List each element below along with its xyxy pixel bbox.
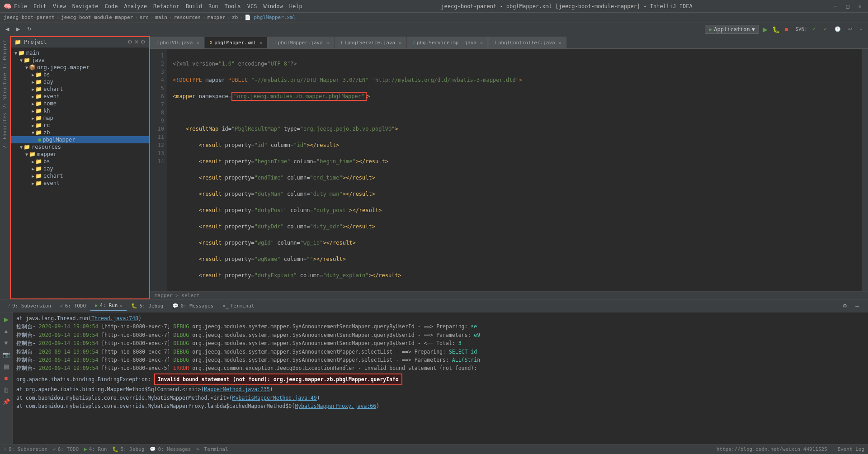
tree-item-bs[interactable]: ▶ 📁 bs [11,71,149,78]
bottom-tab-subversion[interactable]: ⑂ 9: Subversion [3,301,56,311]
tab-close-icon[interactable]: ✕ [399,40,401,45]
bottom-tab-debug[interactable]: 🐛 5: Debug [127,301,168,311]
side-icon-structure[interactable]: 2: Structure [1,71,9,110]
tab-pbglMapper-java[interactable]: J pbglMapper.java ✕ [268,37,334,48]
menu-window[interactable]: Window [263,3,283,9]
menu-tools[interactable]: Tools [225,3,241,9]
tab-close-icon[interactable]: ✕ [326,40,329,45]
bottom-side-buttons[interactable]: ▶ ▲ ▼ 📷 ▤ ■ 🗑 📌 [0,312,13,444]
menu-view[interactable]: View [53,3,66,9]
tab-close-icon[interactable]: ✕ [559,40,561,45]
bottom-tab-run[interactable]: ▶ 4: Run ✕ [90,301,127,311]
mybatis-mapper-link[interactable]: MybatisMapperMethod.java:49 [232,395,317,401]
bottom-settings-button[interactable]: ⚙ [840,302,850,310]
panel-settings-button[interactable]: ⚙ [127,39,132,45]
breadcrumb-item[interactable]: 📄 pbglMapper.xml [245,14,296,20]
menu-run[interactable]: Run [208,3,218,9]
tab-pbglVO[interactable]: J pbglVO.java ✕ [150,37,204,48]
tree-item-bs-res[interactable]: ▶ 📁 bs [11,158,149,165]
run-button[interactable]: ▶ [761,25,769,34]
tree-item-day-res[interactable]: ▶ 📁 day [11,165,149,172]
tree-item-org-mapper[interactable]: ▼ 📦 org.jeecg.mapper [11,64,149,71]
tree-item-home[interactable]: ▶ 📁 home [11,100,149,107]
minimize-button[interactable]: ─ [831,3,840,9]
menu-edit[interactable]: Edit [33,3,47,9]
mybatis-proxy-link[interactable]: MybatisMapperProxy.java:66 [295,403,376,409]
screenshot-button[interactable]: 📷 [1,350,11,359]
breadcrumb-item[interactable]: mapper [208,14,226,20]
breadcrumb-item[interactable]: resources [174,14,201,20]
svn-branch-button[interactable]: ⑂ [857,25,865,33]
tree-item-kh[interactable]: ▶ 📁 kh [11,107,149,114]
bottom-tab-messages[interactable]: 💬 0: Messages [168,301,218,311]
scroll-up-button[interactable]: ▲ [1,326,11,336]
stop-run-button[interactable]: ■ [1,373,11,383]
tab-close-icon[interactable]: ✕ [480,40,483,45]
tree-item-event-res[interactable]: ▶ 📁 event [11,180,149,187]
close-button[interactable]: ✕ [856,3,864,9]
tab-pbglServiceImpl[interactable]: J pbglServiceImpl.java ✕ [407,37,488,48]
tree-item-java[interactable]: ▼ 📁 java [11,57,149,64]
filter-button[interactable]: ▤ [1,361,11,371]
tree-item-map[interactable]: ▶ 📁 map [11,114,149,122]
bottom-panel-tabs[interactable]: ⑂ 9: Subversion ✓ 6: TODO ▶ 4: Run ✕ 🐛 5… [0,300,868,312]
svn-commit-button[interactable]: ✓ [821,25,830,33]
menu-navigate[interactable]: Navigate [72,3,99,9]
tree-item-event[interactable]: ▶ 📁 event [11,93,149,100]
scroll-down-button[interactable]: ▼ [1,338,11,348]
breadcrumb-item[interactable]: src [140,14,149,20]
mapper-method-link[interactable]: MapperMethod.java:235 [204,386,269,393]
status-todo[interactable]: ✓ 6: TODO [53,446,79,452]
bottom-tab-terminal[interactable]: >_ Terminal [218,301,259,311]
panel-gear-button[interactable]: ⚙ [141,39,146,45]
run-log-content[interactable]: at java.lang.Thread.run(Thread.java:748)… [13,312,868,444]
project-panel-buttons[interactable]: ⚙ ✕ ⚙ [127,39,146,45]
bottom-close-button[interactable]: ─ [853,302,862,310]
status-run[interactable]: ▶ 4: Run [84,446,107,452]
editor-scrollbar[interactable] [862,49,868,291]
side-icon-favorites[interactable]: 2: Favorites [1,111,9,150]
tab-close-icon[interactable]: ✕ [119,303,122,308]
stop-button[interactable]: ■ [783,25,790,34]
svn-update-button[interactable]: ✓ [809,25,819,33]
event-log[interactable]: Event Log [837,446,864,452]
breadcrumb-item[interactable]: jeecg-boot-module-mapper [61,14,133,20]
tree-item-echart-res[interactable]: ▶ 📁 echart [11,172,149,180]
project-tree[interactable]: ▼ 📁 main ▼ 📁 java ▼ 📦 org.jeecg.mapper ▶… [11,47,149,298]
tree-item-mapper-res[interactable]: ▼ 📁 mapper [11,151,149,158]
menu-analyze[interactable]: Analyze [124,3,147,9]
csdn-link[interactable]: https://blog.csdn.net/weixin_44911525 [717,446,827,452]
breadcrumb-item[interactable]: main [155,14,167,20]
tab-close-icon[interactable]: ✕ [196,40,199,45]
panel-close-button[interactable]: ✕ [134,39,139,45]
code-content[interactable]: <?xml version="1.0" encoding="UTF-8"?> <… [167,49,862,291]
breadcrumb-item[interactable]: jeecg-boot-parent [4,14,55,20]
run-again-button[interactable]: ▶ [1,314,11,324]
tab-pbglMapper-xml[interactable]: X pbglMapper.xml ✕ [205,37,268,48]
run-buttons[interactable]: ▶ 🐛 ■ [761,25,790,34]
svn-revert-button[interactable]: ↩ [845,25,855,33]
tab-IpbglService[interactable]: J IpbglService.java ✕ [335,37,406,48]
menu-code[interactable]: Code [105,3,118,9]
bottom-panel-toolbar[interactable]: ⚙ ─ [840,302,865,310]
svn-history-button[interactable]: 🕐 [832,25,844,33]
menu-build[interactable]: Build [186,3,202,9]
toolbar-back-button[interactable]: ◀ [3,25,12,33]
tab-pbglController[interactable]: J pbglController.java ✕ [488,37,566,48]
trash-button[interactable]: 🗑 [1,385,11,395]
run-configuration-dropdown[interactable]: ▶ Application ▼ [705,25,759,34]
status-subversion[interactable]: ⑂ 9: Subversion [4,446,47,452]
menu-help[interactable]: Help [289,3,302,9]
tree-item-zb[interactable]: ▼ 📁 zb [11,129,149,136]
tree-item-rc[interactable]: ▶ 📁 rc [11,122,149,129]
thread-run-link[interactable]: Thread.java:748 [91,315,138,322]
editor-tabs[interactable]: J pbglVO.java ✕ X pbglMapper.xml ✕ J pbg… [150,36,868,49]
window-controls[interactable]: ─ □ ✕ [831,3,864,9]
menu-file[interactable]: File [14,3,27,9]
maximize-button[interactable]: □ [844,3,852,9]
debug-button[interactable]: 🐛 [770,25,782,34]
bottom-tab-todo[interactable]: ✓ 6: TODO [56,301,90,311]
status-messages[interactable]: 💬 0: Messages [150,446,191,452]
tree-item-pbglMapper[interactable]: ● pbglMapper [11,136,149,143]
status-terminal[interactable]: >_ Terminal [196,446,228,452]
